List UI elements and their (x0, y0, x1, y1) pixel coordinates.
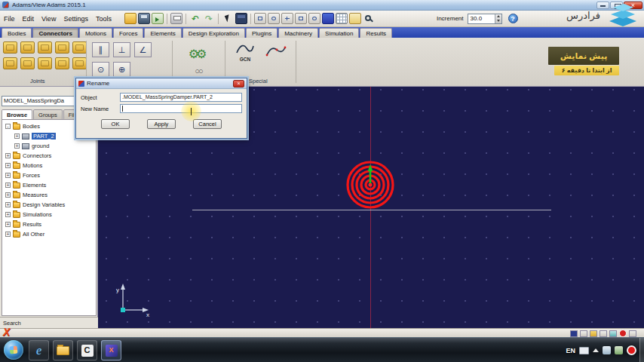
menu-file[interactable]: File (0, 15, 19, 23)
adams-view-button[interactable] (101, 340, 121, 360)
import-file-icon[interactable] (152, 13, 164, 24)
expander-icon[interactable]: + (5, 212, 11, 217)
tree-item-measures[interactable]: + Measures (2, 190, 96, 200)
tree-item-label[interactable]: Bodies (23, 123, 40, 130)
tab-forces[interactable]: Forces (113, 28, 143, 38)
tree-item-forces[interactable]: + Forces (2, 170, 96, 180)
grid-toggle-icon[interactable] (609, 330, 617, 337)
tab-plugins[interactable]: Plugins (246, 28, 278, 38)
expander-icon[interactable]: + (5, 192, 11, 198)
working-grid-icon[interactable] (336, 13, 348, 24)
view-mode-icon[interactable] (580, 330, 587, 337)
zoom-view-icon[interactable] (281, 13, 293, 24)
pan-view-icon[interactable] (254, 13, 266, 24)
icons-toggle-icon[interactable] (590, 330, 597, 337)
dialog-close-button[interactable] (233, 80, 244, 87)
constant-velocity-joint-icon[interactable] (20, 57, 35, 69)
tab-elements[interactable]: Elements (144, 28, 181, 38)
menu-settings[interactable]: Settings (60, 15, 92, 23)
tab-bodies[interactable]: Bodies (2, 28, 32, 38)
tree-item-design-variables[interactable]: + Design Variables (2, 200, 96, 210)
menu-view[interactable]: View (38, 15, 60, 23)
cylindrical-joint-icon[interactable] (55, 41, 69, 54)
perpendicular-icon[interactable] (113, 42, 130, 57)
object-field[interactable]: .MODEL_MassSpringDamper.PART_2 (120, 93, 242, 102)
menu-tools[interactable]: Tools (92, 15, 115, 23)
internet-explorer-button[interactable]: e (29, 340, 49, 360)
network-icon[interactable] (603, 346, 611, 354)
tree-item-elements[interactable]: + Elements (2, 180, 96, 190)
tree-item-label[interactable]: Design Variables (23, 201, 65, 208)
increment-stepper[interactable] (495, 14, 501, 23)
expander-icon[interactable]: + (5, 183, 11, 188)
gcn-constraint-button[interactable]: GCN (232, 43, 258, 62)
expander-icon[interactable]: + (5, 153, 11, 158)
table-editor-icon[interactable] (349, 13, 361, 24)
tab-motions[interactable]: Motions (79, 28, 112, 38)
keyboard-layout-icon[interactable] (579, 347, 589, 354)
tree-item-all-other[interactable]: + All Other (2, 229, 96, 239)
tab-connectors[interactable]: Connectors (32, 28, 78, 38)
pulley-coupler-icon[interactable] (187, 65, 210, 77)
tree-item-label[interactable]: ground (32, 143, 49, 149)
translational-joint-icon[interactable] (38, 41, 52, 54)
universal-joint-icon[interactable] (38, 57, 52, 69)
model-toggle-icon[interactable] (570, 330, 578, 337)
spherical-joint-icon[interactable] (72, 41, 87, 54)
record-indicator-icon[interactable] (627, 345, 636, 355)
tab-simulation[interactable]: Simulation (319, 28, 359, 38)
inline-primitive-icon[interactable] (113, 62, 130, 77)
parallel-axes-icon[interactable] (92, 42, 109, 57)
sidebar-tab-groups[interactable]: Groups (33, 109, 63, 119)
tree-item-label[interactable]: Connectors (23, 152, 51, 159)
tree-item-label[interactable]: Measures (23, 192, 48, 198)
expander-icon[interactable]: + (14, 143, 20, 149)
expander-icon[interactable]: + (5, 173, 11, 178)
start-button[interactable] (4, 340, 23, 360)
info-icon[interactable] (619, 330, 627, 337)
tree-item-simulations[interactable]: + Simulations (2, 210, 96, 219)
help-icon[interactable] (629, 330, 636, 337)
orientation-icon[interactable] (134, 42, 152, 57)
select-cursor-icon[interactable] (222, 13, 234, 24)
screw-joint-icon[interactable] (55, 57, 69, 69)
expander-icon[interactable]: + (14, 133, 20, 139)
expander-icon[interactable]: + (5, 222, 11, 227)
tree-item-label[interactable]: Motions (23, 162, 42, 169)
show-desktop-button[interactable] (639, 338, 644, 362)
undo-icon[interactable] (189, 13, 201, 24)
open-database-icon[interactable] (124, 13, 136, 24)
spline-curve-button[interactable] (265, 44, 287, 59)
tray-expand-icon[interactable] (593, 348, 599, 352)
menu-edit[interactable]: Edit (19, 15, 38, 23)
help-button[interactable]: ? (508, 14, 518, 23)
shaded-render-icon[interactable] (322, 13, 334, 24)
spring-damper-part[interactable] (339, 153, 402, 216)
dialog-titlebar[interactable]: Rename (76, 78, 247, 89)
tree-item-motions[interactable]: + Motions (2, 161, 96, 170)
ok-button[interactable]: OK (101, 119, 130, 129)
tree-item-connectors[interactable]: + Connectors (2, 151, 96, 161)
tab-machinery[interactable]: Machinery (278, 28, 318, 38)
rotate-view-icon[interactable] (268, 13, 280, 24)
tree-item-label[interactable]: Simulations (23, 211, 52, 218)
camtasia-button[interactable] (77, 340, 97, 360)
magnifier-icon[interactable] (363, 13, 375, 24)
fit-view-icon[interactable] (295, 13, 307, 24)
inline-joint-icon[interactable] (72, 57, 87, 69)
volume-icon[interactable] (615, 346, 623, 354)
gear-coupler-icon[interactable] (179, 44, 213, 63)
view-cube-icon[interactable] (235, 13, 247, 24)
sidebar-tab-browse[interactable]: Browse (2, 109, 32, 119)
redo-icon[interactable] (203, 13, 215, 24)
tree-item-label[interactable]: Results (23, 221, 41, 228)
cancel-button[interactable]: Cancel (193, 119, 222, 129)
expander-icon[interactable]: + (5, 163, 11, 168)
tree-item-results[interactable]: + Results (2, 219, 96, 229)
tab-results[interactable]: Results (360, 28, 392, 38)
tree-item-ground[interactable]: + ground (2, 141, 96, 151)
windows-explorer-button[interactable] (53, 340, 73, 360)
tree-item-label[interactable]: Elements (23, 182, 46, 189)
expander-icon[interactable]: - (5, 124, 11, 129)
save-database-icon[interactable] (138, 13, 150, 24)
